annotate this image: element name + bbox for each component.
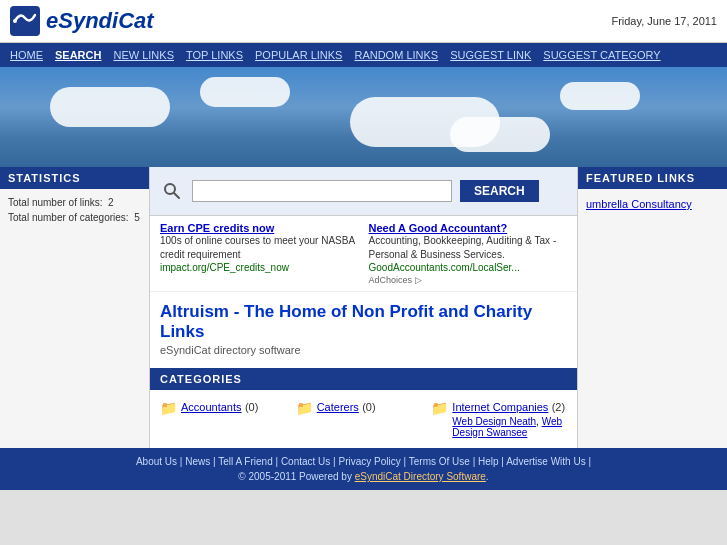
category-internet-companies: 📁 Internet Companies (2) Web Design Neat… xyxy=(431,400,567,438)
footer-help[interactable]: Help xyxy=(478,456,499,467)
categories-content: 📁 Accountants (0) 📁 Caterers (0) 📁 Inter… xyxy=(150,390,577,448)
svg-point-1 xyxy=(13,19,17,23)
nav-new-links[interactable]: NEW LINKS xyxy=(113,49,174,61)
search-icon-wrap xyxy=(160,179,184,203)
ad-choices[interactable]: AdChoices ▷ xyxy=(369,275,568,285)
cloud-1 xyxy=(50,87,170,127)
folder-icon-accountants: 📁 xyxy=(160,400,177,416)
category-accountants: 📁 Accountants (0) xyxy=(160,400,296,438)
title-section: Altruism - The Home of Non Profit and Ch… xyxy=(150,292,577,360)
footer: About Us | News | Tell A Friend | Contac… xyxy=(0,448,727,490)
logo-text: eSyndiCat xyxy=(46,8,154,34)
category-caterers: 📁 Caterers (0) xyxy=(296,400,432,438)
cloud-4 xyxy=(560,82,640,110)
footer-powered-by-link[interactable]: eSyndiCat Directory Software xyxy=(355,471,486,482)
cat-count-caterers: (0) xyxy=(362,401,375,413)
stat-cats-label: Total number of categories: xyxy=(8,212,129,223)
copyright-text: © 2005-2011 Powered by xyxy=(238,471,352,482)
ads-section: Earn CPE credits now 100s of online cour… xyxy=(150,216,577,292)
ad-right-text: Accounting, Bookkeeping, Auditing & Tax … xyxy=(369,234,568,262)
stat-links-label: Total number of links: xyxy=(8,197,103,208)
nav-search[interactable]: SEARCH xyxy=(55,49,101,61)
nav-home[interactable]: HOME xyxy=(10,49,43,61)
page-title: Altruism - The Home of Non Profit and Ch… xyxy=(160,302,567,342)
date-display: Friday, June 17, 2011 xyxy=(611,15,717,27)
footer-links: About Us | News | Tell A Friend | Contac… xyxy=(10,456,717,467)
folder-icon-caterers: 📁 xyxy=(296,400,313,416)
footer-news[interactable]: News xyxy=(185,456,210,467)
stat-links-value: 2 xyxy=(108,197,114,208)
center-content: SEARCH Earn CPE credits now 100s of onli… xyxy=(150,167,577,448)
page-subtitle: eSyndiCat directory software xyxy=(160,344,567,356)
footer-privacy[interactable]: Privacy Policy xyxy=(339,456,401,467)
cat-links-internet: Web Design Neath, Web Design Swansee xyxy=(452,416,567,438)
categories-header: CATEGORIES xyxy=(150,368,577,390)
cat-name-internet[interactable]: Internet Companies xyxy=(452,401,548,413)
ad-left: Earn CPE credits now 100s of online cour… xyxy=(160,222,359,285)
nav-random-links[interactable]: RANDOM LINKS xyxy=(354,49,438,61)
stat-total-links: Total number of links: 2 xyxy=(8,197,141,208)
header: eSyndiCat Friday, June 17, 2011 xyxy=(0,0,727,43)
nav-suggest-link[interactable]: SUGGEST LINK xyxy=(450,49,531,61)
ad-right-url: GoodAccountants.com/LocalSer... xyxy=(369,262,568,273)
search-icon xyxy=(163,182,181,200)
cat-name-caterers[interactable]: Caterers xyxy=(317,401,359,413)
footer-about[interactable]: About Us xyxy=(136,456,177,467)
cat-name-accountants[interactable]: Accountants xyxy=(181,401,242,413)
ad-left-text: 100s of online courses to meet your NASB… xyxy=(160,234,359,262)
footer-terms[interactable]: Terms Of Use xyxy=(409,456,470,467)
nav-top-links[interactable]: TOP LINKS xyxy=(186,49,243,61)
ad-right: Need A Good Accountant? Accounting, Book… xyxy=(369,222,568,285)
cat-count-internet: (2) xyxy=(552,401,565,413)
featured-content: umbrella Consultancy xyxy=(578,189,727,219)
hero-banner xyxy=(0,67,727,167)
search-area: SEARCH xyxy=(150,167,577,216)
right-sidebar: FEATURED LINKS umbrella Consultancy xyxy=(577,167,727,448)
ad-left-title[interactable]: Earn CPE credits now xyxy=(160,222,359,234)
ad-left-url: impact.org/CPE_credits_now xyxy=(160,262,359,273)
ad-right-title[interactable]: Need A Good Accountant? xyxy=(369,222,568,234)
cloud-2 xyxy=(200,77,290,107)
nav-popular-links[interactable]: POPULAR LINKS xyxy=(255,49,342,61)
search-input[interactable] xyxy=(192,180,452,202)
stat-total-cats: Total number of categories: 5 xyxy=(8,212,141,223)
search-button[interactable]: SEARCH xyxy=(460,180,539,202)
svg-line-3 xyxy=(174,193,179,198)
cat-link-web-design-neath[interactable]: Web Design Neath xyxy=(452,416,536,427)
footer-contact[interactable]: Contact Us xyxy=(281,456,330,467)
statistics-content: Total number of links: 2 Total number of… xyxy=(0,189,149,235)
footer-advertise[interactable]: Advertise With Us xyxy=(506,456,585,467)
nav-suggest-category[interactable]: SUGGEST CATEGORY xyxy=(543,49,660,61)
logo: eSyndiCat xyxy=(10,6,154,36)
main-layout: STATISTICS Total number of links: 2 Tota… xyxy=(0,167,727,448)
stat-cats-value: 5 xyxy=(134,212,140,223)
logo-icon xyxy=(10,6,40,36)
featured-link-umbrella[interactable]: umbrella Consultancy xyxy=(586,198,692,210)
folder-icon-internet: 📁 xyxy=(431,400,448,416)
footer-tell-friend[interactable]: Tell A Friend xyxy=(218,456,272,467)
featured-header: FEATURED LINKS xyxy=(578,167,727,189)
cat-count-accountants: (0) xyxy=(245,401,258,413)
footer-copyright: © 2005-2011 Powered by eSyndiCat Directo… xyxy=(10,471,717,482)
copyright-period: . xyxy=(486,471,489,482)
left-sidebar: STATISTICS Total number of links: 2 Tota… xyxy=(0,167,150,448)
cloud-5 xyxy=(450,117,550,152)
navigation: HOME SEARCH NEW LINKS TOP LINKS POPULAR … xyxy=(0,43,727,67)
statistics-header: STATISTICS xyxy=(0,167,149,189)
